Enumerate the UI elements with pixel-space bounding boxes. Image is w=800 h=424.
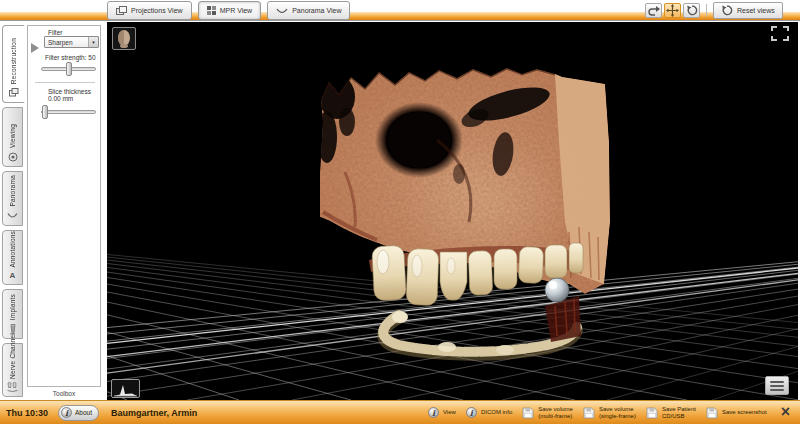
floppy-icon (522, 407, 534, 419)
filter-dropdown[interactable]: Sharpen ▼ (44, 36, 99, 48)
mpr-view-icon (207, 6, 216, 15)
save-volume-multiframe-button[interactable]: Save volume (multi-frame) (522, 406, 573, 419)
tab-label: Panorama View (292, 7, 341, 14)
save-volume-singleframe-button[interactable]: Save volume (single-frame) (583, 406, 636, 419)
statusbar-actions: i View i DICOM info Save volume (multi-f… (428, 405, 794, 421)
info-icon: i (61, 407, 72, 418)
collapse-panel-icon[interactable] (31, 43, 39, 53)
panorama-view-icon (276, 7, 288, 15)
tab-label: MPR View (220, 7, 253, 14)
annotation-a-icon: A (10, 271, 16, 280)
tab-label: Projections View (131, 7, 183, 14)
action-label: Save Patient (662, 406, 696, 413)
fullscreen-corner-icon (771, 26, 777, 31)
toolbar-separator (706, 4, 707, 17)
eye-icon (8, 151, 18, 162)
view-button[interactable]: i View (428, 407, 456, 418)
dicom-info-button[interactable]: i DICOM info (466, 407, 512, 418)
tab-panorama-view[interactable]: Panorama View (267, 1, 350, 20)
fullscreen-button[interactable] (771, 26, 789, 41)
sidebar-tab-nerve-channel[interactable]: Nerve Channel (2, 343, 23, 397)
orientation-thumbnail[interactable] (112, 27, 136, 50)
action-sublabel: (single-frame) (599, 413, 636, 420)
filter-strength-slider-thumb[interactable] (66, 62, 72, 76)
flip-view-button[interactable] (645, 3, 662, 18)
slice-thickness-label: Slice thickness (48, 88, 91, 95)
3d-scene (107, 22, 798, 400)
histogram-button[interactable] (111, 379, 140, 398)
metal-crown (545, 278, 569, 302)
info-icon: i (466, 407, 477, 418)
fullscreen-corner-icon (771, 36, 777, 41)
histogram-icon (113, 382, 138, 397)
action-label: DICOM info (481, 409, 512, 415)
reset-views-button[interactable]: Reset views (713, 2, 783, 19)
slab-line-icon (770, 389, 784, 391)
slice-thickness-slider[interactable] (41, 105, 96, 119)
sidebar-tab-panorama[interactable]: Panorama (2, 171, 23, 226)
reset-views-icon (721, 5, 733, 17)
info-icon: i (428, 407, 439, 418)
skull-render (317, 66, 617, 355)
view-control-buttons: Reset views (645, 2, 783, 19)
about-button[interactable]: i About (58, 405, 99, 421)
sidebar-tab-viewing[interactable]: Viewing (2, 107, 23, 167)
filter-strength-label: Filter strength: 50 (45, 54, 96, 61)
close-icon[interactable]: × (781, 405, 790, 419)
reset-views-label: Reset views (737, 7, 775, 14)
action-label: Save volume (599, 406, 636, 413)
section-divider (35, 82, 95, 83)
action-sublabel: (multi-frame) (538, 413, 573, 420)
toolbox-panel: Filter Sharpen ▼ Filter strength: 50 Sli… (27, 25, 101, 387)
slab-line-icon (770, 385, 784, 387)
slab-view-button[interactable] (765, 376, 789, 395)
save-patient-button[interactable]: Save Patient CD/USB (646, 406, 696, 419)
action-label: Save screenshot (722, 409, 767, 415)
toolbox-footer-label: Toolbox (27, 390, 101, 397)
slice-thickness-slider-thumb[interactable] (42, 105, 48, 119)
reconstruction-icon (9, 87, 19, 98)
filter-dropdown-value: Sharpen (48, 39, 73, 46)
view-mode-tabs: Projections View MPR View Panorama View (107, 1, 350, 20)
orientation-head-icon (113, 28, 135, 49)
action-sublabel: CD/USB (662, 413, 696, 420)
slab-line-icon (770, 381, 784, 383)
action-label: Save volume (538, 406, 573, 413)
sidebar-tab-label: Viewing (9, 124, 16, 148)
patient-name: Baumgartner, Armin (111, 408, 197, 418)
about-label: About (75, 409, 92, 416)
rotate-ccw-icon (686, 5, 698, 17)
fullscreen-corner-icon (783, 26, 789, 31)
nerve-channel-icon (7, 382, 18, 392)
volume-3d-view[interactable] (107, 22, 798, 400)
sidebar-tab-label: Annotations (9, 231, 16, 268)
flip-view-icon (647, 5, 660, 16)
tab-mpr-view[interactable]: MPR View (198, 1, 262, 20)
fullscreen-corner-icon (783, 36, 789, 41)
filter-label: Filter (48, 29, 62, 36)
clock-label: Thu 10:30 (6, 408, 48, 418)
move-arrows-icon (666, 4, 679, 17)
save-screenshot-button[interactable]: Save screenshot (706, 407, 767, 419)
rotate-view-button[interactable] (683, 3, 700, 18)
tab-projections-view[interactable]: Projections View (107, 1, 192, 20)
filter-strength-slider[interactable] (41, 62, 96, 76)
floppy-icon (646, 407, 658, 419)
sidebar-tab-label: Panorama (9, 175, 16, 207)
pan-view-button[interactable] (664, 3, 681, 18)
action-label: View (443, 409, 456, 415)
sidebar-tab-label: Reconstruction (10, 38, 17, 84)
sidebar-tab-annotations[interactable]: Annotations A (2, 230, 23, 285)
header: Projections View MPR View Panorama View (0, 0, 800, 22)
sidebar-tab-label: Nerve Channel (9, 333, 16, 379)
application-window: { "header": { "view_tabs": [ { "label": … (0, 0, 800, 424)
slider-groove (41, 110, 96, 114)
floppy-icon (583, 407, 595, 419)
chevron-down-icon[interactable]: ▼ (88, 37, 98, 47)
floppy-icon (706, 407, 718, 419)
statusbar: Thu 10:30 i About Baumgartner, Armin i V… (0, 400, 800, 424)
sidebar-tab-label: Implants (9, 294, 16, 320)
sidebar-tab-implants[interactable]: Implants (2, 289, 23, 339)
sidebar-tab-reconstruction[interactable]: Reconstruction (2, 25, 25, 103)
panorama-arc-icon (7, 210, 18, 221)
